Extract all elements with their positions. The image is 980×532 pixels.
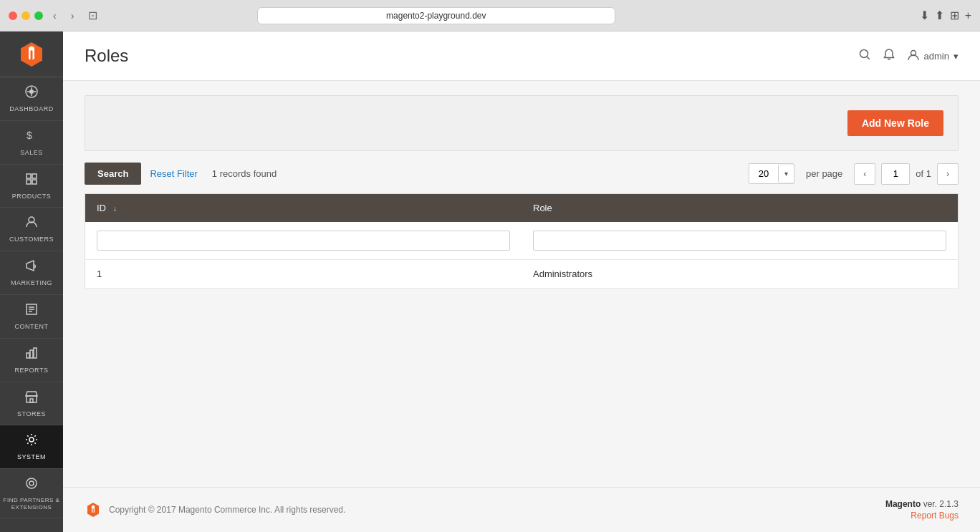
magento-version-text: Magento ver. 2.1.3 [885,499,959,509]
row-id-cell: 1 [85,260,522,289]
search-button[interactable] [858,48,871,64]
sidebar-item-label-reports: REPORTS [15,367,49,374]
table-header-row: ID ↓ Role [85,194,959,223]
share-button[interactable]: ⬆ [935,9,944,22]
sort-id-icon: ↓ [113,205,117,213]
reports-icon [24,346,39,364]
search-grid-button[interactable]: Search [85,163,141,185]
svg-point-19 [29,481,34,485]
download-button[interactable]: ⬇ [920,9,929,22]
admin-avatar-icon [907,49,920,64]
svg-text:$: $ [27,130,32,141]
address-bar[interactable]: magento2-playground.dev [257,7,615,24]
sidebar: DASHBOARD $ SALES PRODUCTS [0,32,63,532]
forward-button[interactable]: › [67,9,79,23]
previous-page-button[interactable]: ‹ [854,163,875,185]
records-found-label: 1 records found [212,168,277,179]
filter-role-cell [522,222,959,260]
sidebar-item-dashboard[interactable]: DASHBOARD [0,77,63,121]
sidebar-item-label-system: SYSTEM [17,453,46,461]
sidebar-item-content[interactable]: CONTENT [0,295,63,339]
next-page-button[interactable]: › [937,163,959,185]
svg-rect-13 [30,350,33,358]
add-new-role-button[interactable]: Add New Role [847,110,943,136]
filter-id-input[interactable] [97,231,510,251]
per-page-select: 20 ▾ [749,163,794,184]
page-footer: Copyright © 2017 Magento Commerce Inc. A… [63,487,980,532]
grid-toolbar: Search Reset Filter 1 records found 20 ▾… [85,163,959,185]
browser-chrome: ‹ › ⊡ magento2-playground.dev ⬇ ⬆ ⊞ + [0,0,980,32]
sidebar-item-label-stores: STORES [17,410,46,418]
magento-brand-label: Magento [885,499,921,509]
filter-input-row [85,222,959,260]
window-controls-button[interactable]: ⊡ [84,7,102,24]
admin-user-menu[interactable]: admin ▾ [907,49,959,64]
version-number: ver. 2.1.3 [923,499,959,509]
sidebar-item-label-products: PRODUCTS [12,193,52,200]
minimize-window-button[interactable] [21,11,30,20]
per-page-label: per page [806,168,842,179]
per-page-dropdown-button[interactable]: ▾ [778,165,794,182]
svg-rect-16 [30,399,33,402]
column-role-label: Role [533,203,552,213]
close-window-button[interactable] [9,11,17,20]
current-page-input[interactable] [881,163,910,185]
sidebar-logo [0,32,63,77]
sidebar-item-system[interactable]: SYSTEM [0,425,63,469]
sales-icon: $ [24,128,39,146]
report-bugs-link[interactable]: Report Bugs [911,511,959,521]
sidebar-item-label-sales: SALES [20,149,43,157]
main-content: Roles [63,32,980,532]
per-page-value: 20 [749,164,778,183]
maximize-window-button[interactable] [34,11,43,20]
products-icon [24,172,39,190]
svg-point-17 [29,437,34,442]
sidebar-item-reports[interactable]: REPORTS [0,339,63,382]
roles-table: ID ↓ Role [85,193,959,289]
sidebar-item-marketing[interactable]: MARKETING [0,251,63,295]
new-tab-button[interactable]: ⊞ [950,9,959,22]
footer-magento-logo [85,501,102,518]
table-row[interactable]: 1 Administrators [85,260,959,289]
pagination: 20 ▾ per page ‹ of 1 › [749,163,959,185]
sidebar-item-products[interactable]: PRODUCTS [0,165,63,208]
svg-rect-6 [32,180,37,184]
admin-username: admin [924,51,949,62]
content-icon [24,302,39,320]
svg-rect-5 [27,180,31,184]
filter-id-cell [85,222,522,260]
reset-filter-button[interactable]: Reset Filter [150,168,197,179]
column-id-label: ID [97,203,106,213]
sidebar-item-stores[interactable]: STORES [0,382,63,426]
sidebar-item-label-customers: CUSTOMERS [9,236,54,243]
footer-left: Copyright © 2017 Magento Commerce Inc. A… [85,501,345,518]
svg-rect-3 [27,174,31,178]
filter-bar: Add New Role [85,95,959,151]
customers-icon [24,215,39,233]
row-role-cell: Administrators [522,260,959,289]
sidebar-item-find-partners[interactable]: FIND PARTNERS & EXTENSIONS [0,469,63,518]
browser-actions: ⬇ ⬆ ⊞ + [920,9,971,22]
sidebar-item-label-marketing: MARKETING [11,279,52,287]
svg-rect-14 [34,348,37,358]
svg-rect-4 [32,174,37,178]
total-pages-label: of 1 [916,168,931,179]
back-button[interactable]: ‹ [49,9,61,23]
app: DASHBOARD $ SALES PRODUCTS [0,32,980,532]
notifications-button[interactable] [883,48,895,64]
system-icon [24,432,39,450]
svg-rect-12 [27,353,29,358]
filter-role-input[interactable] [533,231,946,251]
copyright-text: Copyright © 2017 Magento Commerce Inc. A… [109,505,345,515]
browser-menu-button[interactable]: + [965,9,971,22]
sidebar-item-sales[interactable]: $ SALES [0,121,63,165]
admin-dropdown-icon: ▾ [953,51,959,62]
footer-right: Magento ver. 2.1.3 Report Bugs [885,499,959,521]
sidebar-item-label-find-partners: FIND PARTNERS & EXTENSIONS [3,497,60,511]
traffic-lights [9,11,43,20]
page-title: Roles [85,46,128,66]
column-header-id[interactable]: ID ↓ [85,194,522,223]
sidebar-item-label-dashboard: DASHBOARD [9,105,54,113]
column-header-role: Role [522,194,959,223]
sidebar-item-customers[interactable]: CUSTOMERS [0,208,63,251]
